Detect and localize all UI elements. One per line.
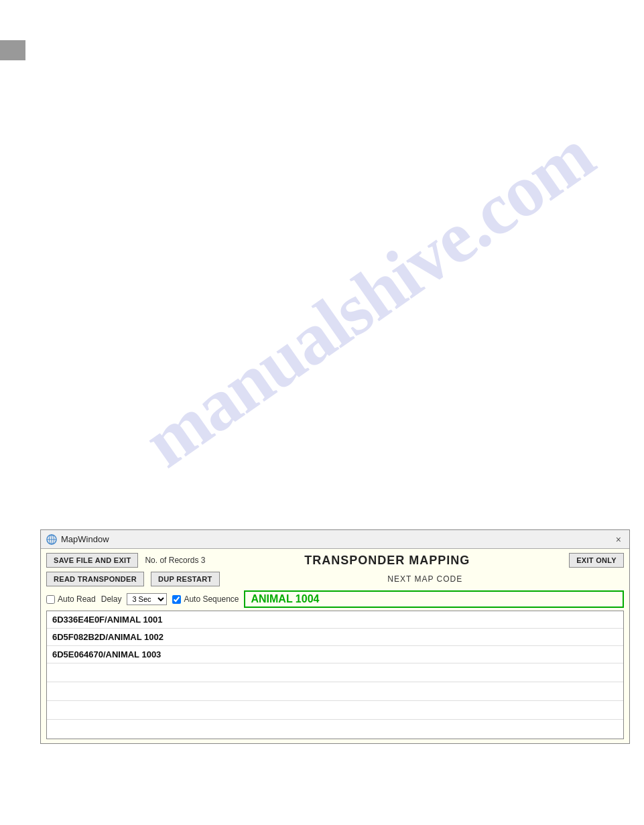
toolbar-row-1: SAVE FILE AND EXIT No. of Records 3 TRAN… [46,553,624,568]
auto-read-checkbox-label[interactable]: Auto Read [46,594,96,604]
window-icon [46,534,57,545]
records-count-label: No. of Records 3 [145,556,205,565]
auto-sequence-label-text: Auto Sequence [184,594,239,604]
empty-row [47,682,623,701]
watermark: manualshive.com [134,80,603,516]
records-area: 6D336E4E0F/ANIMAL 1001 6D5F082B2D/ANIMAL… [46,611,624,739]
auto-read-label-text: Auto Read [58,594,96,604]
auto-read-checkbox[interactable] [46,595,55,604]
animal-code-input[interactable] [244,590,624,608]
next-map-code-label: NEXT MAP CODE [227,574,625,584]
empty-row [47,701,623,720]
dup-restart-button[interactable]: DUP RESTART [151,572,220,586]
toolbar-row-3: Auto Read Delay 3 Sec Auto Sequence [46,590,624,608]
empty-row [47,720,623,739]
exit-only-button[interactable]: EXIT ONLY [569,553,624,568]
read-transponder-button[interactable]: READ TRANSPONDER [46,572,144,586]
window-content: SAVE FILE AND EXIT No. of Records 3 TRAN… [41,549,629,743]
mapping-title: TRANSPONDER MAPPING [212,554,562,568]
map-window: MapWindow × SAVE FILE AND EXIT No. of Re… [40,529,630,744]
toolbar-row-2: READ TRANSPONDER DUP RESTART NEXT MAP CO… [46,572,624,586]
record-row: 6D5F082B2D/ANIMAL 1002 [47,629,623,646]
save-file-exit-button[interactable]: SAVE FILE AND EXIT [46,553,138,568]
delay-label: Delay [101,594,122,604]
title-bar-left: MapWindow [46,534,109,545]
top-left-decoration [0,40,25,60]
record-row: 6D5E064670/ANIMAL 1003 [47,646,623,663]
record-row: 6D336E4E0F/ANIMAL 1001 [47,611,623,629]
empty-row [47,663,623,682]
delay-select[interactable]: 3 Sec [127,593,167,605]
window-title: MapWindow [61,534,109,544]
auto-sequence-checkbox-label[interactable]: Auto Sequence [172,594,239,604]
auto-sequence-checkbox[interactable] [172,595,181,604]
close-button[interactable]: × [613,534,624,545]
watermark-text: manualshive.com [129,114,607,483]
title-bar: MapWindow × [41,530,629,549]
